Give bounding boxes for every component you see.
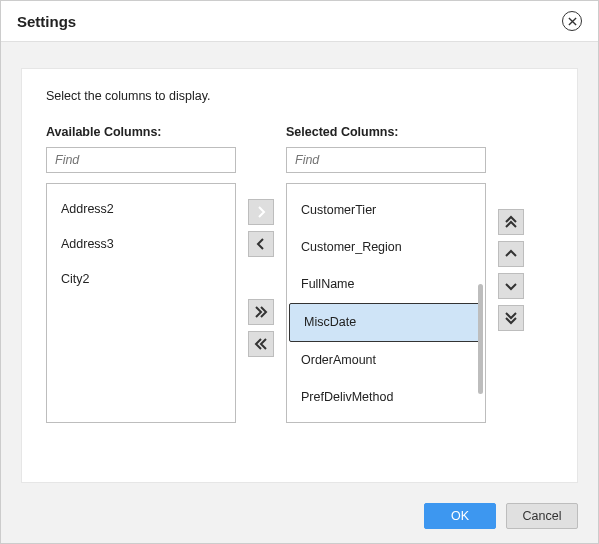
- double-chevron-left-icon: [254, 337, 268, 351]
- list-item[interactable]: Address2: [47, 192, 235, 227]
- move-up-button[interactable]: [498, 241, 524, 267]
- double-chevron-up-icon: [504, 215, 518, 229]
- available-find-input[interactable]: [46, 147, 236, 173]
- double-chevron-right-icon: [254, 305, 268, 319]
- chevron-left-icon: [254, 237, 268, 251]
- scrollbar[interactable]: [478, 284, 483, 394]
- selected-column-section: Selected Columns: CustomerTier Customer_…: [286, 125, 486, 423]
- available-listbox[interactable]: Address2 Address3 City2: [46, 183, 236, 423]
- dialog-footer: OK Cancel: [1, 493, 598, 543]
- list-item[interactable]: FullName: [287, 266, 485, 303]
- chevron-up-icon: [504, 247, 518, 261]
- move-all-right-button[interactable]: [248, 299, 274, 325]
- reorder-buttons: [498, 209, 524, 331]
- selected-find-input[interactable]: [286, 147, 486, 173]
- dialog-body-outer: Select the columns to display. Available…: [1, 42, 598, 493]
- list-item[interactable]: State: [287, 416, 485, 423]
- chevron-right-icon: [254, 205, 268, 219]
- available-label: Available Columns:: [46, 125, 236, 139]
- selected-listbox[interactable]: CustomerTier Customer_Region FullName Mi…: [286, 183, 486, 423]
- list-item[interactable]: CustomerTier: [287, 192, 485, 229]
- cancel-button[interactable]: Cancel: [506, 503, 578, 529]
- list-item[interactable]: Address3: [47, 227, 235, 262]
- double-chevron-down-icon: [504, 311, 518, 325]
- move-buttons: [248, 199, 274, 357]
- move-top-button[interactable]: [498, 209, 524, 235]
- list-item[interactable]: City2: [47, 262, 235, 297]
- dialog-header: Settings: [1, 1, 598, 42]
- close-button[interactable]: [562, 11, 582, 31]
- selected-label: Selected Columns:: [286, 125, 486, 139]
- move-right-button[interactable]: [248, 199, 274, 225]
- move-all-left-button[interactable]: [248, 331, 274, 357]
- available-column-section: Available Columns: Address2 Address3 Cit…: [46, 125, 236, 423]
- chevron-down-icon: [504, 279, 518, 293]
- dialog-title: Settings: [17, 13, 76, 30]
- list-item[interactable]: OrderAmount: [287, 342, 485, 379]
- close-icon: [568, 17, 577, 26]
- ok-button[interactable]: OK: [424, 503, 496, 529]
- move-left-button[interactable]: [248, 231, 274, 257]
- move-bottom-button[interactable]: [498, 305, 524, 331]
- list-item[interactable]: PrefDelivMethod: [287, 379, 485, 416]
- list-item[interactable]: Customer_Region: [287, 229, 485, 266]
- columns-area: Available Columns: Address2 Address3 Cit…: [46, 125, 553, 423]
- list-item-selected[interactable]: MiscDate: [289, 303, 483, 342]
- settings-dialog: Settings Select the columns to display. …: [0, 0, 599, 544]
- instruction-text: Select the columns to display.: [46, 89, 553, 103]
- move-down-button[interactable]: [498, 273, 524, 299]
- dialog-body: Select the columns to display. Available…: [21, 68, 578, 483]
